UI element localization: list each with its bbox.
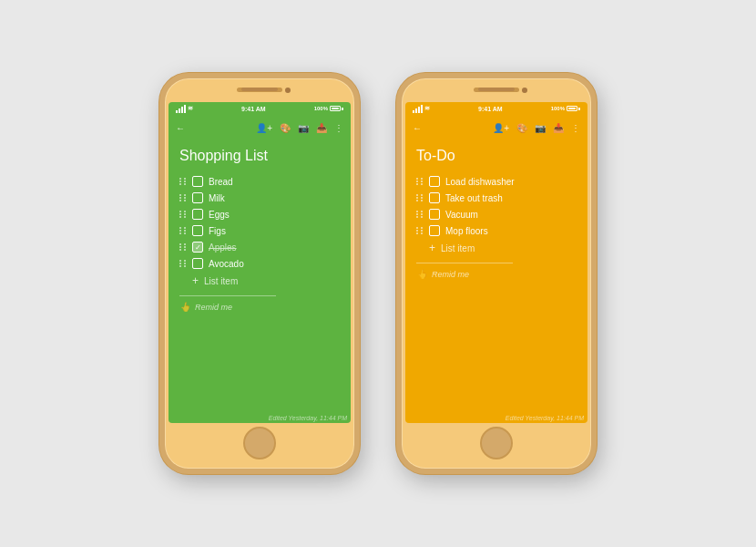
list-title-2: To-Do (416, 148, 577, 164)
drag-handle-2-3 (416, 227, 424, 234)
phone1-home-button[interactable] (243, 427, 276, 459)
signal-bars-2 (413, 105, 423, 113)
phone1-camera (285, 88, 291, 93)
back-button-1[interactable]: ← (176, 123, 185, 133)
item-text-1-4: Apples (209, 243, 237, 253)
battery-icon-1 (330, 106, 343, 111)
add-plus-icon-2: + (429, 242, 435, 254)
menu-icon-1[interactable]: ⋮ (334, 123, 343, 133)
status-left-1: ≋ (176, 105, 193, 113)
checkbox-1-5[interactable] (192, 258, 203, 269)
remind-label-1: Remid me (195, 303, 232, 312)
drag-handle (179, 227, 187, 234)
remind-me-1[interactable]: 👆 Remid me (179, 300, 340, 314)
list-item-2-1[interactable]: Take out trash (416, 190, 577, 206)
list-items-2: Load dishwasher Take out trash Vacuum (416, 173, 577, 239)
phone1-speaker (241, 88, 278, 91)
add-label-2: List item (441, 243, 475, 253)
phone1-wrapper: ≋ 9:41 AM 100% ← 👤+ 🎨 📷 📥 (159, 73, 360, 474)
drag-handle (179, 178, 187, 185)
item-text-2-0: Load dishwasher (445, 177, 515, 187)
item-text-2-2: Vacuum (445, 210, 478, 220)
remind-label-2: Remid me (432, 270, 469, 279)
drag-handle (179, 243, 187, 251)
item-text-1-2: Eggs (209, 210, 230, 220)
drag-handle-2-0 (416, 178, 424, 185)
drag-handle (179, 211, 187, 218)
remind-me-2[interactable]: 👆 Remid me (416, 267, 577, 281)
list-title-1: Shopping List (179, 148, 340, 164)
palette-icon-2[interactable]: 🎨 (516, 123, 527, 133)
camera-icon-1[interactable]: 📷 (298, 123, 309, 133)
item-text-1-1: Milk (209, 193, 225, 203)
checkbox-2-1[interactable] (429, 192, 440, 203)
phone2-speaker (478, 88, 515, 91)
checkbox-2-2[interactable] (429, 209, 440, 220)
signal-bar2-2 (415, 108, 417, 113)
signal-bar2-1 (413, 110, 414, 113)
drag-handle-2-2 (416, 211, 424, 218)
edited-text-2: Edited Yesterday, 11:44 PM (405, 413, 587, 423)
drag-handle (179, 194, 187, 201)
checkbox-1-3[interactable] (192, 225, 203, 236)
camera-icon-2[interactable]: 📷 (535, 123, 546, 133)
phone2-screen: ≋ 9:41 AM 100% ← 👤+ 🎨 📷 📥 (405, 102, 587, 423)
item-text-1-3: Figs (209, 226, 226, 236)
checkbox-1-2[interactable] (192, 209, 203, 220)
toolbar-2: ← 👤+ 🎨 📷 📥 ⋮ (405, 115, 587, 140)
checkbox-1-1[interactable] (192, 192, 203, 203)
add-plus-icon-1: + (192, 274, 199, 287)
list-item-1-0[interactable]: Bread (179, 173, 340, 190)
list-item-2-3[interactable]: Mop floors (416, 222, 577, 239)
status-bar-2: ≋ 9:41 AM 100% (405, 102, 587, 115)
back-button-2[interactable]: ← (413, 123, 422, 133)
toolbar-1: ← 👤+ 🎨 📷 📥 ⋮ (169, 115, 351, 140)
list-item-1-4[interactable]: Apples (179, 239, 340, 255)
checkbox-2-3[interactable] (429, 225, 440, 236)
item-text-2-3: Mop floors (445, 226, 488, 236)
checkbox-2-0[interactable] (429, 176, 440, 187)
remind-icon-2: 👆 (416, 269, 427, 279)
checkbox-1-4[interactable] (192, 242, 203, 253)
add-item-1[interactable]: + List item (192, 272, 340, 290)
list-item-1-5[interactable]: Avocado (179, 255, 340, 272)
wifi-icon-2: ≋ (424, 105, 430, 112)
checkbox-1-0[interactable] (192, 176, 203, 187)
list-item-2-0[interactable]: Load dishwasher (416, 173, 577, 190)
menu-icon-2[interactable]: ⋮ (571, 123, 580, 133)
battery-pct-1: 100% (314, 106, 328, 111)
signal-bar2-3 (418, 107, 420, 113)
add-contact-icon-2[interactable]: 👤+ (493, 123, 509, 133)
divider-2 (416, 263, 513, 263)
list-items-1: Bread Milk Eggs Figs (179, 173, 340, 272)
signal-bar3 (181, 107, 183, 113)
edited-text-1: Edited Yesterday, 11:44 PM (169, 413, 351, 423)
phone2: ≋ 9:41 AM 100% ← 👤+ 🎨 📷 📥 (396, 73, 597, 474)
list-item-1-2[interactable]: Eggs (179, 206, 340, 222)
divider-1 (179, 295, 276, 296)
signal-bar4 (184, 105, 186, 113)
phone1-screen: ≋ 9:41 AM 100% ← 👤+ 🎨 📷 📥 (169, 102, 351, 423)
drag-handle (179, 260, 187, 267)
list-item-1-3[interactable]: Figs (179, 222, 340, 239)
list-item-1-1[interactable]: Milk (179, 190, 340, 206)
list-item-2-2[interactable]: Vacuum (416, 206, 577, 222)
status-time-2: 9:41 AM (478, 106, 503, 112)
signal-bar1 (176, 110, 178, 113)
wifi-icon-1: ≋ (188, 105, 193, 112)
phone2-home-button[interactable] (480, 427, 513, 459)
add-item-2[interactable]: + List item (429, 239, 577, 257)
add-contact-icon-1[interactable]: 👤+ (256, 123, 272, 133)
palette-icon-1[interactable]: 🎨 (280, 123, 291, 133)
content-2: To-Do Load dishwasher Take out trash (405, 140, 587, 413)
inbox-icon-1[interactable]: 📥 (316, 123, 327, 133)
battery-icon-2 (567, 106, 580, 111)
signal-bars-1 (176, 105, 186, 113)
item-text-1-5: Avocado (209, 259, 244, 269)
status-bar-1: ≋ 9:41 AM 100% (169, 102, 351, 115)
battery-pct-2: 100% (551, 106, 565, 111)
inbox-icon-2[interactable]: 📥 (553, 123, 564, 133)
phone2-camera (522, 88, 527, 93)
content-1: Shopping List Bread Milk (169, 140, 351, 413)
signal-bar2-4 (421, 105, 423, 113)
